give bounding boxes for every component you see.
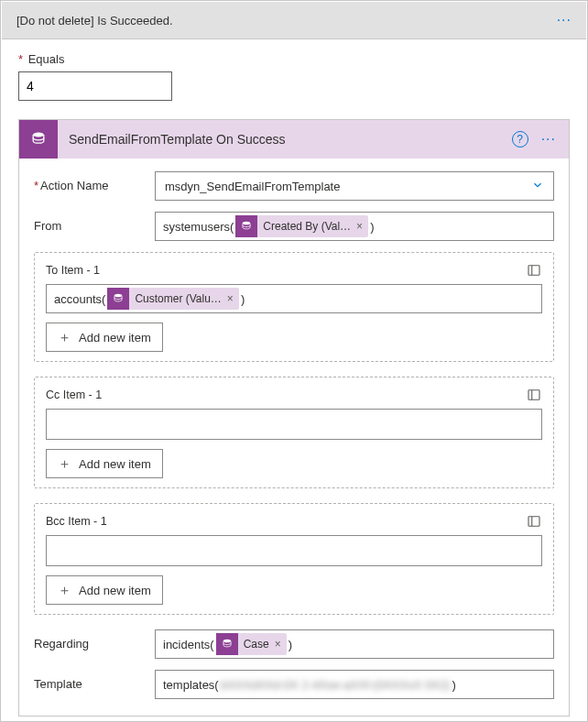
required-star-icon: *	[34, 179, 38, 192]
step-header: [Do not delete] Is Succeeded. ···	[2, 2, 586, 39]
label-template: Template	[34, 670, 155, 691]
token-case[interactable]: Case ×	[216, 633, 287, 655]
template-suffix: )	[452, 678, 455, 692]
action-name-value: msdyn_SendEmailFromTemplate	[165, 180, 340, 193]
group-bcc: Bcc Item - 1 ＋ Add new item	[34, 503, 554, 615]
toggle-array-icon[interactable]	[526, 387, 542, 403]
token-remove-icon[interactable]: ×	[227, 292, 234, 305]
svg-point-1	[243, 222, 250, 225]
token-label: Created By (Val…	[263, 220, 351, 233]
required-star-icon: *	[18, 52, 23, 66]
from-suffix: )	[370, 220, 374, 234]
to-suffix: )	[241, 292, 245, 306]
equals-section: * Equals	[2, 39, 586, 108]
label-action-name: *Action Name	[34, 171, 155, 192]
plus-icon: ＋	[58, 455, 71, 473]
regarding-suffix: )	[289, 638, 292, 651]
token-remove-icon[interactable]: ×	[356, 220, 363, 233]
svg-point-6	[223, 640, 231, 643]
svg-rect-4	[528, 390, 539, 400]
regarding-prefix: incidents(	[163, 638, 214, 651]
action-card-header[interactable]: SendEmailFromTemplate On Success ? ···	[19, 120, 569, 159]
token-customer[interactable]: Customer (Valu… ×	[107, 288, 239, 310]
group-bcc-title: Bcc Item - 1	[46, 515, 107, 528]
dataverse-icon	[107, 288, 129, 310]
group-cc: Cc Item - 1 ＋ Add new item	[34, 377, 554, 488]
toggle-array-icon[interactable]	[526, 262, 542, 279]
add-bcc-item-button[interactable]: ＋ Add new item	[46, 575, 163, 605]
row-template: Template templates( bXXXdXXd-0X 2-4Xxe-a…	[34, 670, 554, 699]
group-to-title: To Item - 1	[46, 264, 100, 277]
toggle-array-icon[interactable]	[526, 513, 542, 530]
svg-rect-2	[528, 266, 539, 276]
plus-icon: ＋	[58, 329, 71, 346]
token-label: Customer (Valu…	[135, 292, 221, 305]
equals-input[interactable]	[18, 71, 172, 101]
row-regarding: Regarding incidents( Case × )	[34, 629, 554, 659]
label-regarding: Regarding	[34, 629, 155, 651]
template-prefix: templates(	[163, 678, 219, 692]
template-id-blurred: bXXXdXXd-0X 2-4Xxe-aXXf-(0XXXxX 0X2)	[221, 678, 451, 692]
action-card-title: SendEmailFromTemplate On Success	[69, 132, 512, 147]
row-action-name: *Action Name msdyn_SendEmailFromTemplate	[34, 171, 554, 201]
group-to: To Item - 1 accounts( Customer (Valu… × …	[34, 252, 554, 362]
from-prefix: systemusers(	[163, 220, 234, 234]
svg-point-0	[33, 133, 44, 137]
cc-input[interactable]	[46, 409, 542, 440]
dataverse-icon	[19, 120, 58, 159]
action-card-body: *Action Name msdyn_SendEmailFromTemplate…	[19, 159, 569, 716]
flow-step-editor: [Do not delete] Is Succeeded. ··· * Equa…	[0, 0, 588, 722]
action-name-dropdown[interactable]: msdyn_SendEmailFromTemplate	[155, 171, 554, 201]
chevron-down-icon	[531, 179, 544, 194]
step-menu-button[interactable]: ···	[557, 13, 572, 27]
equals-label: Equals	[28, 52, 65, 66]
dataverse-icon	[235, 215, 257, 237]
row-from: From systemusers( Created By (Val… × )	[34, 212, 554, 241]
action-card: SendEmailFromTemplate On Success ? ··· *…	[18, 119, 570, 717]
plus-icon: ＋	[58, 582, 71, 599]
dataverse-icon	[216, 633, 238, 655]
token-label: Case	[244, 638, 269, 651]
token-created-by[interactable]: Created By (Val… ×	[235, 215, 368, 237]
to-input[interactable]: accounts( Customer (Valu… × )	[46, 284, 542, 313]
template-input[interactable]: templates( bXXXdXXd-0X 2-4Xxe-aXXf-(0XXX…	[155, 670, 554, 699]
from-input[interactable]: systemusers( Created By (Val… × )	[155, 212, 554, 241]
to-prefix: accounts(	[54, 292, 105, 306]
group-cc-title: Cc Item - 1	[46, 388, 102, 401]
card-menu-button[interactable]: ···	[541, 132, 556, 147]
token-remove-icon[interactable]: ×	[275, 638, 281, 651]
svg-point-3	[114, 294, 122, 298]
help-icon[interactable]: ?	[512, 131, 528, 148]
bcc-input[interactable]	[46, 535, 542, 566]
step-header-title: [Do not delete] Is Succeeded.	[16, 14, 173, 27]
regarding-input[interactable]: incidents( Case × )	[155, 629, 554, 659]
add-cc-item-button[interactable]: ＋ Add new item	[46, 449, 163, 478]
label-from: From	[34, 212, 155, 233]
svg-rect-5	[528, 517, 539, 527]
add-to-item-button[interactable]: ＋ Add new item	[46, 323, 163, 352]
equals-label-row: * Equals	[18, 52, 570, 66]
